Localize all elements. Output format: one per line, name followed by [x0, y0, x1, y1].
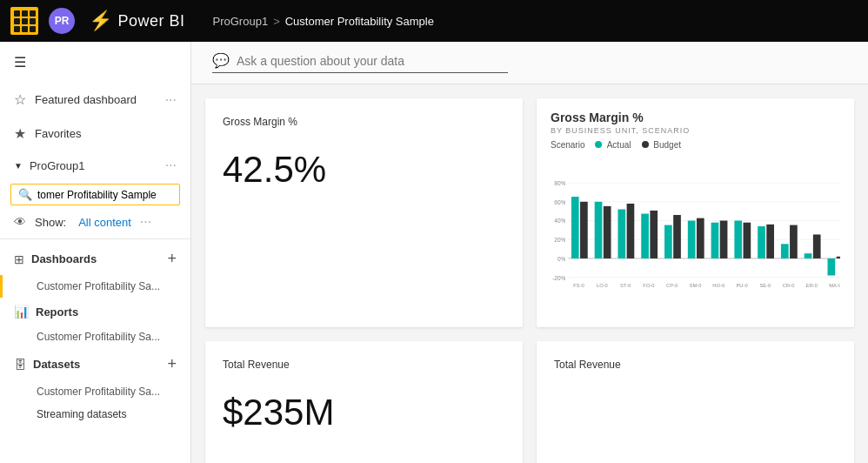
reports-left: 📊 Reports — [14, 305, 78, 319]
qa-icon: 💬 — [212, 52, 230, 69]
sidebar-sub-streaming[interactable]: Streaming datasets — [0, 403, 190, 426]
dashboards-header[interactable]: ⊞ Dashboards + — [0, 243, 190, 275]
waffle-menu[interactable] — [10, 7, 38, 35]
svg-text:LO-0: LO-0 — [597, 283, 608, 288]
dashboard-icon: ⊞ — [14, 252, 24, 266]
breadcrumb: ProGroup1 > Customer Profitability Sampl… — [213, 15, 434, 28]
datasets-icon: 🗄 — [14, 358, 26, 372]
bar — [744, 223, 751, 258]
card-total-revenue-chart-title: Total Revenue — [554, 359, 837, 371]
qa-placeholder: Ask a question about your data — [237, 54, 404, 68]
card-gross-margin-value: 42.5% — [223, 131, 505, 208]
card-total-revenue-value: $235M — [223, 374, 505, 451]
bar — [837, 257, 840, 258]
bar — [790, 225, 798, 258]
svg-text:40%: 40% — [554, 218, 565, 224]
avatar[interactable]: PR — [49, 8, 75, 34]
dashboards-add[interactable]: + — [167, 250, 177, 268]
dashboard-grid: Gross Margin % 42.5% Gross Margin % BY B… — [191, 84, 868, 463]
search-box[interactable]: 🔍 — [10, 184, 180, 205]
eye-icon: 👁 — [14, 215, 26, 229]
bar — [595, 202, 603, 258]
dashboards-label: Dashboards — [31, 252, 97, 265]
bar — [688, 221, 696, 258]
progroup-dots[interactable]: ··· — [165, 158, 177, 173]
show-dots[interactable]: ··· — [140, 214, 151, 230]
scenario-label: Scenario — [551, 140, 584, 150]
hamburger-button[interactable]: ☰ — [0, 42, 190, 83]
sidebar-item-favorites[interactable]: ★ Favorites — [0, 117, 190, 151]
sidebar-sub-dashboard[interactable]: Customer Profitability Sa... — [0, 275, 190, 298]
bar-chart-title: Gross Margin % — [551, 111, 840, 124]
breadcrumb-workspace[interactable]: ProGroup1 — [213, 15, 269, 28]
bar — [641, 214, 649, 258]
card-bar-chart: Gross Margin % BY BUSINESS UNIT, SCENARI… — [537, 98, 854, 327]
svg-text:CR-0: CR-0 — [783, 283, 795, 288]
main-content: 💬 Ask a question about your data Gross M… — [191, 42, 868, 463]
dashboards-left: ⊞ Dashboards — [14, 252, 97, 266]
bar — [697, 218, 704, 258]
reports-header[interactable]: 📊 Reports — [0, 298, 190, 325]
svg-text:80%: 80% — [554, 180, 565, 186]
bar — [650, 211, 658, 258]
svg-text:0%: 0% — [558, 256, 566, 262]
card-total-revenue: Total Revenue $235M — [205, 341, 523, 463]
datasets-header[interactable]: 🗄 Datasets + — [0, 348, 190, 380]
chevron-down-icon: ▼ — [14, 161, 23, 171]
datasets-label: Datasets — [33, 358, 80, 371]
svg-text:ER-0: ER-0 — [806, 283, 818, 288]
progroup-header[interactable]: ▼ ProGroup1 ··· — [0, 151, 190, 180]
bar — [664, 225, 672, 258]
card-total-revenue-chart: Total Revenue — [537, 341, 854, 463]
budget-dot — [642, 141, 649, 148]
datasets-add[interactable]: + — [167, 355, 177, 373]
svg-text:MA-0: MA-0 — [829, 283, 840, 288]
breadcrumb-separator: > — [273, 15, 280, 28]
sidebar: ☰ ☆ Featured dashboard ··· ★ Favorites ▼… — [0, 42, 191, 463]
bar — [673, 215, 681, 258]
svg-text:SM-0: SM-0 — [690, 283, 702, 288]
featured-dots[interactable]: ··· — [165, 92, 177, 108]
svg-text:-20%: -20% — [552, 275, 565, 281]
bar-chart-svg: 80% 60% 40% 20% 0% -20% — [551, 155, 840, 312]
bar — [711, 223, 719, 258]
svg-text:HO-0: HO-0 — [712, 283, 724, 288]
bar — [734, 221, 742, 258]
bar — [781, 244, 789, 258]
waffle-icon — [14, 10, 36, 32]
search-input[interactable] — [37, 189, 172, 201]
favorites-icon: ★ — [14, 125, 26, 142]
progroup-left: ▼ ProGroup1 — [14, 159, 85, 172]
progroup-label: ProGroup1 — [30, 159, 85, 172]
qa-header: 💬 Ask a question about your data — [191, 42, 868, 84]
sidebar-item-show[interactable]: 👁 Show: All content ··· — [0, 209, 190, 235]
show-value: All content — [78, 216, 131, 229]
reports-icon: 📊 — [14, 305, 29, 319]
svg-text:CP-0: CP-0 — [666, 283, 678, 288]
bar — [813, 234, 821, 258]
svg-text:PU-0: PU-0 — [736, 283, 747, 288]
app-name: Power BI — [118, 12, 185, 30]
qa-box[interactable]: 💬 Ask a question about your data — [212, 52, 508, 73]
actual-dot — [595, 141, 602, 148]
actual-legend: Actual — [595, 140, 631, 150]
svg-text:ST-0: ST-0 — [620, 283, 631, 288]
bar — [828, 258, 836, 276]
favorites-label: Favorites — [35, 127, 177, 140]
active-indicator — [0, 275, 3, 298]
svg-text:60%: 60% — [554, 199, 565, 205]
card-total-revenue-title: Total Revenue — [223, 359, 505, 371]
sidebar-sub-report[interactable]: Customer Profitability Sa... — [0, 325, 190, 348]
power-icon: ⚡ — [89, 10, 113, 32]
datasets-left: 🗄 Datasets — [14, 358, 80, 372]
main-layout: ☰ ☆ Featured dashboard ··· ★ Favorites ▼… — [0, 42, 868, 463]
svg-text:SE-0: SE-0 — [759, 283, 771, 288]
search-icon: 🔍 — [18, 188, 32, 201]
divider-1 — [0, 238, 190, 239]
bar — [618, 209, 625, 258]
bar — [627, 204, 635, 258]
sidebar-item-featured[interactable]: ☆ Featured dashboard ··· — [0, 83, 190, 117]
svg-text:FO-0: FO-0 — [643, 283, 654, 288]
bar — [580, 202, 588, 258]
sidebar-sub-dataset[interactable]: Customer Profitability Sa... — [0, 380, 190, 403]
